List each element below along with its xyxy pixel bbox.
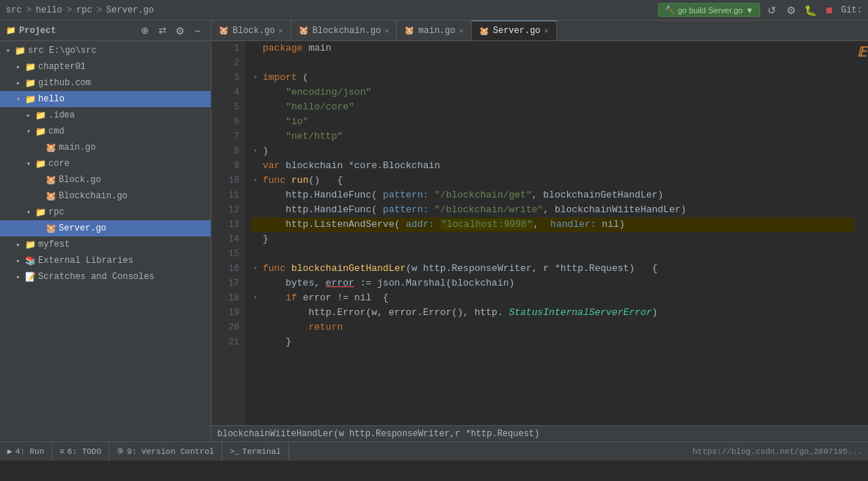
main-go-label: main.go	[59, 142, 95, 153]
settings-button[interactable]: ⚙	[784, 3, 798, 18]
tree-item-ext-lib[interactable]: ▸ 📚 External Libraries	[0, 253, 211, 269]
github-label: github.com	[38, 78, 91, 88]
tab-server-go[interactable]: 🐹 Server.go ✕	[472, 21, 557, 40]
fold-btn-16[interactable]: ▾	[251, 261, 260, 276]
code-line-16: ▾ func blockchainGetHandLer(w http.Respo…	[251, 261, 855, 276]
tree-item-idea[interactable]: ▸ 📁 .idea	[0, 107, 211, 123]
code-text-18: if error != nil {	[263, 291, 389, 305]
tree-item-cmd[interactable]: ▾ 📁 cmd	[0, 123, 211, 140]
tree-item-server-go[interactable]: ▸ 🐹 Server.go	[0, 220, 211, 236]
main-layout: 📁 Project ⊕ ⇄ ⚙ − ▾ 📁 src E:\go\src ▸ 📁	[0, 21, 868, 441]
run-icon: ▶	[7, 446, 12, 456]
breadcrumb-rpc[interactable]: rpc	[76, 5, 92, 15]
rpc-label: rpc	[48, 207, 65, 217]
refresh-button[interactable]: ↺	[765, 3, 779, 18]
tab-label-server: Server.go	[493, 26, 541, 36]
layout-button[interactable]: ⇄	[155, 23, 169, 38]
block-go-label: Block.go	[59, 175, 101, 185]
folder-icon-github: 📁	[23, 78, 37, 89]
folder-icon-rpc: 📁	[34, 207, 47, 218]
build-button[interactable]: 🔨 go build Server.go ▼	[658, 3, 761, 17]
tab-icon-blockchain: 🐹	[299, 26, 309, 35]
tree-item-block-go[interactable]: ▸ 🐹 Block.go	[0, 172, 211, 188]
fold-btn-8[interactable]: ▾	[251, 144, 260, 159]
code-content[interactable]: package main ▾ import ( "encoding/json"	[245, 41, 855, 425]
status-terminal[interactable]: >_ Terminal	[222, 442, 289, 461]
code-text-6: "io"	[263, 115, 308, 129]
tree-item-blockchain-go[interactable]: ▸ 🐹 Blockchain.go	[0, 188, 211, 204]
status-run[interactable]: ▶ 4: Run	[0, 442, 52, 461]
tab-close-server[interactable]: ✕	[544, 26, 549, 35]
function-hint-bar: blockchainWiiteHandLer(w http.ResponseWr…	[211, 425, 868, 441]
fold-btn-10[interactable]: ▾	[251, 173, 260, 188]
fold-btn-3[interactable]: ▾	[251, 70, 260, 85]
editor-area: 🐹 Block.go ✕ 🐹 Blockchain.go ✕ 🐹 main.go…	[211, 21, 868, 441]
code-text-11: http.HandleFunc( pattern: "/blockchain/g…	[263, 188, 663, 203]
scratch-icon: 📝	[23, 272, 37, 283]
tab-close-main[interactable]: ✕	[459, 26, 464, 35]
tab-blockchain-go[interactable]: 🐹 Blockchain.go ✕	[291, 21, 398, 40]
breadcrumb-src[interactable]: src	[6, 5, 22, 15]
breadcrumb-server[interactable]: Server.go	[106, 5, 154, 15]
tab-label-blockchain: Blockchain.go	[313, 26, 382, 36]
code-line-15	[251, 247, 855, 261]
tab-block-go[interactable]: 🐹 Block.go ✕	[211, 21, 291, 40]
sidebar-header: 📁 Project ⊕ ⇄ ⚙ −	[0, 21, 211, 41]
code-text-8: )	[263, 144, 269, 159]
add-content-button[interactable]: ⊕	[137, 23, 152, 38]
stop-button[interactable]: ■	[822, 3, 836, 18]
src-label: src E:\go\src	[28, 46, 97, 56]
code-text-14: }	[263, 232, 269, 247]
breadcrumb-bar: src > hello > rpc > Server.go 🔨 go build…	[0, 0, 868, 21]
run-label: 4: Run	[15, 447, 45, 456]
dropdown-arrow: ▼	[745, 6, 754, 15]
folder-icon-hello: 📁	[23, 94, 37, 105]
vc-icon: ⑨	[117, 446, 124, 456]
folder-icon-core: 📁	[34, 159, 47, 170]
folder-icon-chapter01: 📁	[23, 62, 37, 73]
status-todo[interactable]: ≡ 6: TODO	[52, 442, 109, 461]
status-version-control[interactable]: ⑨ 9: Version Control	[109, 442, 222, 461]
code-line-5: "hello/core"	[251, 100, 855, 115]
terminal-icon: >_	[230, 447, 239, 456]
debug-button[interactable]: 🐛	[803, 3, 817, 18]
tree-item-main-go[interactable]: ▸ 🐹 main.go	[0, 140, 211, 156]
code-line-10: ▾ func run() {	[251, 173, 855, 188]
code-line-7: "net/http"	[251, 129, 855, 144]
tree-item-scratches[interactable]: ▸ 📝 Scratches and Consoles	[0, 269, 211, 285]
tree-item-hello[interactable]: ▾ 📁 hello	[0, 91, 211, 107]
code-line-4: "encoding/json"	[251, 85, 855, 100]
tab-main-go[interactable]: 🐹 main.go ✕	[397, 21, 471, 40]
tree-item-chapter01[interactable]: ▸ 📁 chapter01	[0, 59, 211, 75]
core-label: core	[48, 159, 70, 169]
file-icon-blockchain-go: 🐹	[44, 191, 57, 202]
gear-icon-btn[interactable]: ⚙	[172, 23, 187, 38]
expand-myfest: ▸	[13, 240, 23, 249]
tree-item-core[interactable]: ▾ 📁 core	[0, 156, 211, 172]
code-text-16: func blockchainGetHandLer(w http.Respons…	[263, 261, 657, 276]
tree-item-github[interactable]: ▸ 📁 github.com	[0, 75, 211, 91]
tab-close-blockchain[interactable]: ✕	[384, 26, 389, 35]
blockchain-go-label: Blockchain.go	[59, 191, 128, 201]
breadcrumb-hello[interactable]: hello	[36, 5, 62, 15]
code-text-7: "net/http"	[263, 129, 343, 144]
code-line-8: ▾ )	[251, 144, 855, 159]
scratches-label: Scratches and Consoles	[38, 272, 154, 282]
todo-label: 6: TODO	[68, 447, 101, 456]
fold-btn-18[interactable]: ▾	[251, 291, 260, 305]
tab-close-block[interactable]: ✕	[279, 26, 283, 35]
tree-item-src[interactable]: ▾ 📁 src E:\go\src	[0, 43, 211, 59]
sidebar: 📁 Project ⊕ ⇄ ⚙ − ▾ 📁 src E:\go\src ▸ 📁	[0, 21, 211, 441]
hammer-icon: 🔨	[665, 5, 675, 15]
cmd-label: cmd	[48, 126, 65, 137]
top-toolbar: 🔨 go build Server.go ▼ ↺ ⚙ 🐛 ■ Git:	[658, 3, 862, 18]
code-line-21: }	[251, 335, 855, 350]
minimize-button[interactable]: −	[190, 23, 205, 38]
tab-icon-main: 🐹	[404, 26, 415, 35]
code-line-2	[251, 56, 855, 70]
code-editor: 1 2 3 4 5 6 7 8 9 10 11 12 13 14 15 16 1…	[211, 41, 868, 425]
code-line-20: return	[251, 320, 855, 335]
tree-item-myfest[interactable]: ▸ 📁 myfest	[0, 236, 211, 253]
tree-item-rpc[interactable]: ▾ 📁 rpc	[0, 204, 211, 220]
todo-icon: ≡	[59, 447, 65, 456]
